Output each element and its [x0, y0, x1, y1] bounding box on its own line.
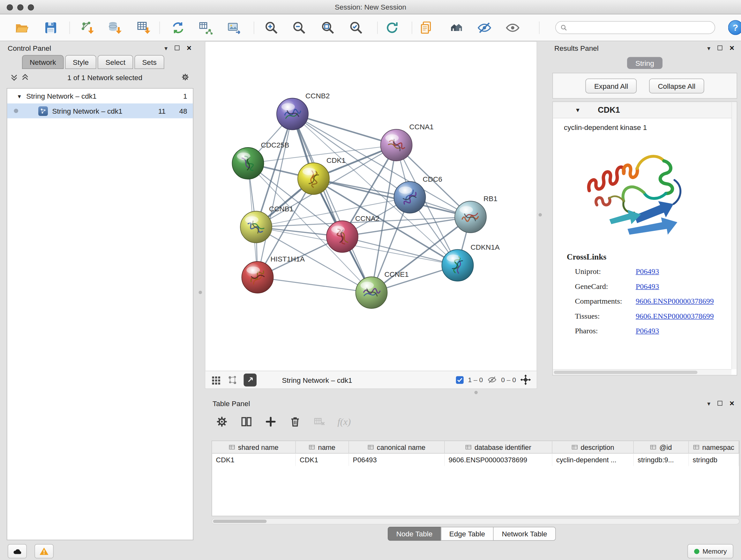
save-session-button[interactable] — [42, 19, 59, 37]
protein-entry-header[interactable]: ▼ CDK1 — [553, 102, 737, 118]
network-node-CCNA1[interactable]: CCNA1 — [381, 123, 434, 161]
table-horizontal-scrollbar[interactable] — [212, 518, 740, 524]
disclosure-triangle-icon[interactable]: ▼ — [575, 107, 581, 113]
grid-view-icon[interactable] — [211, 375, 221, 385]
export-view-button[interactable] — [244, 373, 257, 386]
results-horizontal-scrollbar[interactable] — [553, 369, 732, 375]
tab-network-table[interactable]: Network Table — [493, 527, 556, 541]
tab-network[interactable]: Network — [22, 55, 64, 69]
network-edge-CCNB2-CCNA1[interactable] — [293, 114, 397, 145]
add-icon[interactable] — [264, 415, 277, 428]
export-image-button[interactable] — [226, 19, 243, 37]
network-node-CCNB1[interactable]: CCNB1 — [240, 205, 293, 243]
expand-all-icon[interactable] — [22, 73, 29, 81]
import-network-file-button[interactable] — [78, 19, 96, 37]
crosslink-value-link[interactable]: P06493 — [636, 327, 659, 335]
crosslink-value-link[interactable]: 9606.ENSP00000378699 — [636, 297, 714, 305]
column-header-description[interactable]: description — [552, 441, 634, 453]
table-data-row[interactable]: CDK1CDK1P064939606.ENSP00000378699cyclin… — [212, 454, 739, 466]
panel-float-icon[interactable] — [718, 46, 723, 51]
collapse-all-icon[interactable] — [10, 73, 18, 81]
column-header-namespac[interactable]: namespac — [689, 441, 739, 453]
tab-node-table[interactable]: Node Table — [388, 527, 441, 541]
network-overview-icon[interactable] — [227, 375, 238, 385]
hidden-eye-icon[interactable] — [487, 375, 497, 385]
panel-float-icon[interactable] — [718, 401, 723, 406]
network-node-CCNB2[interactable]: CCNB2 — [277, 92, 330, 130]
search-input[interactable] — [570, 23, 710, 31]
apply-layout-button[interactable] — [384, 19, 401, 37]
column-header-canonical-name[interactable]: canonical name — [349, 441, 445, 453]
import-network-database-button[interactable] — [106, 19, 124, 37]
network-node-CDC6[interactable]: CDC6 — [394, 175, 442, 213]
table-cell[interactable]: cyclin-dependent ... — [552, 454, 634, 466]
help-button[interactable]: ? — [728, 20, 741, 35]
network-edge-CCNB2-HIST1H1A[interactable] — [258, 114, 293, 277]
table-cell[interactable]: CDK1 — [296, 454, 349, 466]
hide-selected-button[interactable] — [476, 19, 493, 37]
selection-checkbox-icon[interactable] — [456, 376, 464, 384]
panel-close-icon[interactable]: × — [187, 44, 192, 52]
network-edge-CCNB2-CCNE1[interactable] — [293, 114, 372, 293]
network-node-CDKN1A[interactable]: CDKN1A — [442, 243, 500, 281]
cloud-button[interactable] — [8, 544, 27, 558]
expand-all-button[interactable]: Expand All — [586, 78, 636, 93]
table-cell[interactable]: stringdb — [689, 454, 739, 466]
open-session-button[interactable] — [13, 19, 30, 37]
network-node-RB1[interactable]: RB1 — [455, 195, 497, 233]
results-vertical-scrollbar[interactable] — [731, 102, 737, 369]
tab-select[interactable]: Select — [98, 55, 133, 69]
network-from-table-button[interactable] — [197, 19, 214, 37]
memory-button[interactable]: Memory — [687, 544, 733, 558]
network-graph[interactable]: CCNB2CCNA1CDC25BCDK1CDC6RB1CCNB1CCNA2CDK… — [205, 42, 537, 371]
panel-chevron-icon[interactable]: ▾ — [164, 45, 167, 51]
minimize-button[interactable] — [17, 4, 23, 11]
crosslink-value-link[interactable]: P06493 — [636, 282, 659, 291]
network-edge-HIST1H1A-CCNE1[interactable] — [258, 277, 372, 293]
network-node-CDK1[interactable]: CDK1 — [298, 157, 346, 194]
network-row-selected[interactable]: String Network – cdk1 11 48 — [7, 104, 193, 118]
table-cell[interactable]: CDK1 — [212, 454, 296, 466]
trash-icon[interactable] — [289, 415, 302, 428]
zoom-button[interactable] — [28, 4, 34, 11]
panel-close-icon[interactable]: × — [730, 44, 734, 52]
vertical-splitter-handle[interactable] — [199, 291, 202, 294]
collapse-all-button[interactable]: Collapse All — [649, 78, 704, 93]
import-table-file-button[interactable] — [135, 19, 152, 37]
zoom-in-button[interactable] — [263, 19, 280, 37]
vertical-splitter-handle[interactable] — [539, 213, 542, 217]
tab-style[interactable]: Style — [65, 55, 96, 69]
network-node-HIST1H1A[interactable]: HIST1H1A — [242, 255, 305, 293]
panel-float-icon[interactable] — [175, 46, 180, 51]
panel-chevron-icon[interactable]: ▾ — [707, 45, 711, 51]
panel-chevron-icon[interactable]: ▾ — [707, 400, 711, 407]
tab-sets[interactable]: Sets — [135, 55, 164, 69]
scrollbar-thumb[interactable] — [554, 371, 697, 374]
duplicate-document-button[interactable] — [418, 19, 435, 37]
panel-close-icon[interactable]: × — [730, 399, 734, 408]
zoom-fit-button[interactable] — [320, 19, 337, 37]
tab-edge-table[interactable]: Edge Table — [441, 527, 494, 541]
toolbar-search[interactable] — [555, 21, 715, 34]
horizontal-splitter-handle[interactable] — [475, 391, 478, 394]
table-cell[interactable]: P06493 — [349, 454, 445, 466]
pan-crosshair-icon[interactable] — [521, 374, 531, 385]
tab-string[interactable]: String — [627, 57, 663, 69]
close-button[interactable] — [7, 4, 13, 11]
crosslink-value-link[interactable]: P06493 — [636, 267, 659, 275]
clone-network-button[interactable] — [170, 19, 187, 37]
show-all-button[interactable] — [504, 19, 522, 37]
gear-icon[interactable] — [215, 415, 228, 428]
home-view-button[interactable] — [448, 19, 465, 37]
table-cell[interactable]: stringdb:9... — [634, 454, 689, 466]
crosslink-value-link[interactable]: 9606.ENSP00000378699 — [636, 312, 714, 320]
column-header-name[interactable]: name — [296, 441, 349, 453]
disclosure-triangle-icon[interactable]: ▼ — [17, 93, 22, 99]
column-header--id[interactable]: @id — [634, 441, 689, 453]
warnings-button[interactable] — [35, 544, 54, 558]
table-cell[interactable]: 9606.ENSP00000378699 — [445, 454, 553, 466]
zoom-selected-button[interactable] — [347, 19, 365, 37]
columns-icon[interactable] — [240, 415, 253, 428]
network-collection-row[interactable]: ▼ String Network – cdk1 1 — [7, 89, 193, 104]
column-header-shared-name[interactable]: shared name — [212, 441, 296, 453]
